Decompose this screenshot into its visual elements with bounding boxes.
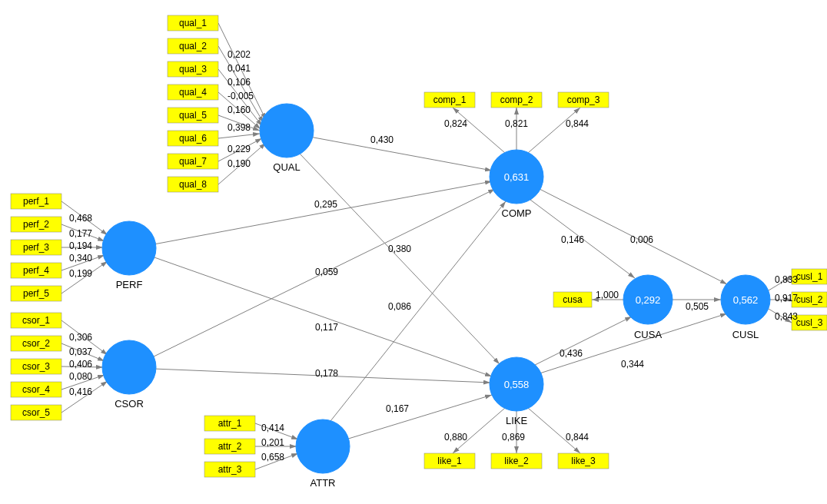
svg-text:0,398: 0,398 [228, 122, 251, 133]
svg-line-24 [453, 408, 505, 453]
svg-text:0,202: 0,202 [228, 49, 251, 60]
svg-text:0,880: 0,880 [444, 432, 467, 443]
svg-line-26 [528, 408, 580, 453]
svg-text:0,821: 0,821 [505, 118, 528, 129]
indicator-perf-5: perf_5 [11, 286, 61, 301]
svg-text:qual_6: qual_6 [179, 133, 207, 144]
svg-text:perf_1: perf_1 [23, 196, 49, 207]
svg-text:attr_1: attr_1 [218, 418, 242, 429]
svg-text:0,833: 0,833 [775, 274, 798, 285]
indicator-attr-1: attr_1 [204, 416, 255, 431]
svg-text:0,843: 0,843 [775, 311, 798, 322]
svg-point-126 [102, 221, 156, 275]
path-perf-like-value: 0,117 [315, 322, 338, 333]
indicator-qual-4: qual_4 [168, 85, 218, 100]
svg-text:0,194: 0,194 [69, 240, 92, 251]
svg-text:qual_3: qual_3 [179, 64, 207, 75]
construct-csor: CSOR [102, 340, 156, 410]
indicator-csor-3: csor_3 [11, 359, 61, 374]
indicator-qual-1: qual_1 [168, 15, 218, 31]
svg-text:qual_5: qual_5 [179, 110, 207, 121]
svg-text:CUSA: CUSA [634, 329, 662, 340]
svg-text:0,229: 0,229 [228, 144, 251, 154]
path-qual-like-value: 0,380 [388, 244, 411, 254]
indicator-like-3: like_3 [558, 453, 609, 469]
svg-text:PERF: PERF [116, 279, 143, 290]
indicator-comp-2: comp_2 [491, 92, 542, 108]
construct-qual: QUAL [260, 104, 314, 173]
svg-text:qual_7: qual_7 [179, 156, 207, 167]
svg-text:0,160: 0,160 [228, 104, 251, 115]
svg-text:attr_3: attr_3 [218, 464, 242, 475]
path-csor-like-value: 0,178 [315, 368, 338, 379]
svg-text:0,080: 0,080 [69, 371, 92, 382]
path-like-cusa-value: 0,436 [560, 348, 583, 359]
svg-text:cusa: cusa [563, 294, 583, 305]
svg-text:ATTR: ATTR [311, 477, 336, 489]
svg-point-128 [102, 340, 156, 394]
svg-text:0,177: 0,177 [69, 228, 92, 239]
path-perf-comp-value: 0,295 [314, 199, 337, 210]
svg-text:0,406: 0,406 [69, 359, 92, 370]
svg-text:0,414: 0,414 [261, 423, 284, 433]
svg-text:0,190: 0,190 [228, 158, 251, 169]
indicator-qual-6: qual_6 [168, 131, 218, 146]
path-comp-cusa-value: 0,146 [561, 234, 584, 245]
construct-cusl: 0,562 CUSL [721, 275, 770, 340]
svg-text:like_1: like_1 [437, 456, 462, 466]
svg-text:comp_1: comp_1 [433, 94, 467, 105]
svg-text:COMP: COMP [502, 207, 532, 219]
svg-text:0,844: 0,844 [566, 118, 589, 129]
construct-perf: PERF [102, 221, 156, 290]
svg-text:0,468: 0,468 [69, 213, 92, 224]
svg-text:cusl_2: cusl_2 [796, 294, 823, 305]
svg-text:perf_3: perf_3 [23, 242, 49, 253]
path-csor-comp-value: 0,059 [315, 267, 338, 277]
construct-like: 0,558 LIKE [490, 357, 543, 426]
path-qual-comp [310, 137, 492, 171]
indicator-attr-2: attr_2 [204, 439, 255, 454]
svg-text:0,199: 0,199 [69, 268, 92, 279]
construct-comp: 0,631 COMP [490, 150, 543, 219]
svg-text:qual_1: qual_1 [179, 18, 207, 28]
svg-text:LIKE: LIKE [506, 415, 528, 426]
svg-point-124 [260, 104, 314, 158]
svg-text:1,000: 1,000 [596, 290, 619, 300]
svg-text:perf_2: perf_2 [23, 219, 49, 230]
svg-text:0,306: 0,306 [69, 332, 92, 343]
svg-text:csor_4: csor_4 [22, 384, 50, 395]
svg-text:QUAL: QUAL [273, 161, 300, 173]
indicator-perf-3: perf_3 [11, 240, 61, 255]
svg-text:0,558: 0,558 [504, 379, 530, 390]
svg-text:0,106: 0,106 [228, 77, 251, 88]
indicator-qual-8: qual_8 [168, 177, 218, 192]
indicator-csor-5: csor_5 [11, 405, 61, 420]
svg-text:-0,005: -0,005 [228, 91, 254, 101]
path-qual-comp-value: 0,430 [370, 134, 394, 145]
path-comp-cusl-value: 0,006 [630, 234, 653, 245]
svg-text:csor_1: csor_1 [22, 315, 50, 326]
svg-text:qual_4: qual_4 [179, 87, 207, 98]
indicator-comp-3: comp_3 [558, 92, 609, 108]
path-like-cusl-value: 0,344 [621, 359, 644, 370]
svg-text:csor_3: csor_3 [22, 361, 50, 372]
svg-text:0,917: 0,917 [775, 293, 798, 303]
path-attr-comp [330, 201, 506, 421]
indicator-cusa: cusa [553, 292, 592, 307]
indicator-csor-1: csor_1 [11, 313, 61, 328]
indicator-qual-3: qual_3 [168, 61, 218, 77]
svg-text:0,562: 0,562 [733, 294, 759, 306]
svg-line-23 [528, 108, 580, 153]
path-diagram: 0,430 0,380 0,295 0,117 0,059 0,178 0,08… [0, 0, 827, 504]
svg-text:0,201: 0,201 [261, 437, 284, 448]
svg-line-21 [453, 108, 505, 153]
indicator-perf-4: perf_4 [11, 263, 61, 278]
path-cusa-cusl-value: 0,505 [686, 301, 709, 312]
path-attr-like-value: 0,167 [386, 403, 409, 414]
svg-text:csor_2: csor_2 [22, 338, 50, 349]
svg-text:attr_2: attr_2 [218, 441, 242, 452]
svg-line-5 [218, 134, 260, 138]
construct-cusa: 0,292 CUSA [623, 275, 673, 340]
svg-text:0,631: 0,631 [504, 171, 530, 183]
indicator-attr-3: attr_3 [204, 462, 255, 477]
